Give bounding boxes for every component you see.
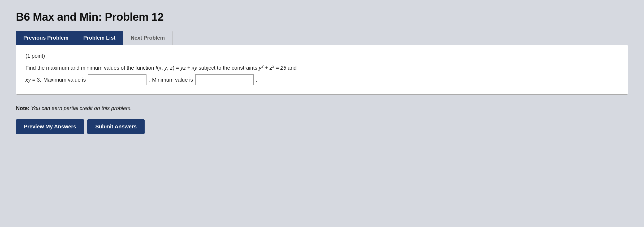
constraint1: y2 + z2 = 25 [259,65,286,71]
tab-problem-list[interactable]: Problem List [76,31,123,45]
constraint2: xy = 3. [25,75,41,84]
problem-points: (1 point) [25,53,619,59]
text-middle: subject to the constraints [199,65,259,71]
answer-row: xy = 3. Maximum value is . Minimum value… [25,74,619,85]
function-expr: f(x, y, z) = yz + xy [155,65,197,71]
text-before: Find the maximum and minimum values of t… [25,65,154,71]
submit-answers-button[interactable]: Submit Answers [87,119,145,134]
min-value-input[interactable] [195,74,254,85]
max-value-input[interactable] [88,74,146,85]
note-content: You can earn partial credit on this prob… [31,105,132,111]
problem-text: Find the maximum and minimum values of t… [25,63,619,85]
min-label: Minimum value is [152,75,193,84]
note-text: Note: You can earn partial credit on thi… [16,105,628,111]
period1: . [149,75,150,84]
note-section: Note: You can earn partial credit on thi… [16,105,628,111]
text-and: and [288,65,296,71]
period2: . [256,75,257,84]
tab-previous-problem[interactable]: Previous Problem [16,31,76,45]
page-title: B6 Max and Min: Problem 12 [16,11,628,23]
problem-box: (1 point) Find the maximum and minimum v… [16,45,628,95]
nav-tabs: Previous Problem Problem List Next Probl… [16,31,628,45]
preview-answers-button[interactable]: Preview My Answers [16,119,84,134]
bottom-buttons: Preview My Answers Submit Answers [16,119,628,134]
max-label: Maximum value is [43,75,86,84]
tab-next-problem[interactable]: Next Problem [123,31,172,45]
note-label: Note: [16,105,29,111]
